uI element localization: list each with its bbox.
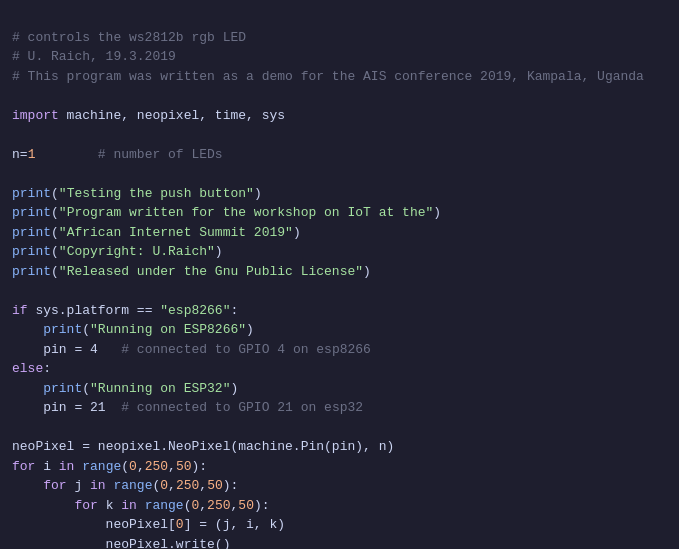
code-token: in bbox=[59, 459, 75, 474]
code-token: # This program was written as a demo for… bbox=[12, 69, 644, 84]
code-token: neopixel.NeoPixel(machine.Pin(pin), n) bbox=[90, 439, 394, 454]
code-line: neoPixel.write() bbox=[12, 535, 667, 550]
code-token: for bbox=[74, 498, 97, 513]
code-token: print bbox=[43, 381, 82, 396]
code-line: for k in range(0,250,50): bbox=[12, 496, 667, 516]
code-token: , bbox=[137, 459, 145, 474]
code-line: for i in range(0,250,50): bbox=[12, 457, 667, 477]
code-token: ) bbox=[246, 322, 254, 337]
code-line: ​ bbox=[12, 281, 667, 301]
code-token: 0 bbox=[176, 517, 184, 532]
code-token: ) bbox=[254, 186, 262, 201]
code-token: range bbox=[82, 459, 121, 474]
code-line: for j in range(0,250,50): bbox=[12, 476, 667, 496]
code-line: import machine, neopixel, time, sys bbox=[12, 106, 667, 126]
code-token: print bbox=[12, 264, 51, 279]
code-line: neoPixel = neopixel.NeoPixel(machine.Pin… bbox=[12, 437, 667, 457]
code-line: # controls the ws2812b rgb LED bbox=[12, 28, 667, 48]
code-line: print("Running on ESP8266") bbox=[12, 320, 667, 340]
code-line: if sys.platform == "esp8266": bbox=[12, 301, 667, 321]
code-token: 250 bbox=[207, 498, 230, 513]
code-token: = bbox=[20, 147, 28, 162]
code-token: "Released under the Gnu Public License" bbox=[59, 264, 363, 279]
code-token: 250 bbox=[176, 478, 199, 493]
code-token: ): bbox=[192, 459, 208, 474]
code-line: else: bbox=[12, 359, 667, 379]
code-token: for bbox=[43, 478, 66, 493]
code-token: "Running on ESP8266" bbox=[90, 322, 246, 337]
code-token: "esp8266" bbox=[160, 303, 230, 318]
code-line: ​ bbox=[12, 86, 667, 106]
code-line: ​ bbox=[12, 125, 667, 145]
code-token: , bbox=[168, 459, 176, 474]
code-line: pin = 4 # connected to GPIO 4 on esp8266 bbox=[12, 340, 667, 360]
code-line: ​ bbox=[12, 418, 667, 438]
code-token: ( bbox=[51, 186, 59, 201]
code-token: machine, neopixel, time, sys bbox=[59, 108, 285, 123]
code-token: ): bbox=[254, 498, 270, 513]
code-token: pin bbox=[12, 342, 74, 357]
code-token: n bbox=[12, 147, 20, 162]
code-token: range bbox=[113, 478, 152, 493]
code-token: ] = (j, i, k) bbox=[184, 517, 285, 532]
code-token: ) bbox=[293, 225, 301, 240]
code-token: 50 bbox=[176, 459, 192, 474]
code-token: in bbox=[90, 478, 106, 493]
code-line: print("Copyright: U.Raich") bbox=[12, 242, 667, 262]
code-token: "Running on ESP32" bbox=[90, 381, 230, 396]
code-token: if bbox=[12, 303, 28, 318]
code-token: ( bbox=[51, 264, 59, 279]
code-line: print("Running on ESP32") bbox=[12, 379, 667, 399]
code-line: ​ bbox=[12, 164, 667, 184]
code-token bbox=[137, 498, 145, 513]
code-token: 50 bbox=[207, 478, 223, 493]
code-token: "Testing the push button" bbox=[59, 186, 254, 201]
code-token: ) bbox=[433, 205, 441, 220]
code-token: # connected to GPIO 21 on esp32 bbox=[106, 400, 363, 415]
code-line: print("African Internet Summit 2019") bbox=[12, 223, 667, 243]
code-token: neoPixel bbox=[12, 439, 82, 454]
code-token: : bbox=[230, 303, 238, 318]
code-line: n=1 # number of LEDs bbox=[12, 145, 667, 165]
code-token: print bbox=[12, 205, 51, 220]
code-token: ( bbox=[51, 205, 59, 220]
code-token: , bbox=[168, 478, 176, 493]
code-token bbox=[12, 498, 74, 513]
code-token: , bbox=[199, 478, 207, 493]
code-token: : bbox=[43, 361, 51, 376]
code-token: 0 bbox=[160, 478, 168, 493]
code-token: ) bbox=[215, 244, 223, 259]
code-token: for bbox=[12, 459, 35, 474]
code-token: ( bbox=[51, 244, 59, 259]
code-token: j bbox=[67, 478, 90, 493]
code-token: # connected to GPIO 4 on esp8266 bbox=[98, 342, 371, 357]
code-line: # U. Raich, 19.3.2019 bbox=[12, 47, 667, 67]
code-token: 21 bbox=[82, 400, 105, 415]
code-token: k bbox=[98, 498, 121, 513]
code-token: in bbox=[121, 498, 137, 513]
code-token: 250 bbox=[145, 459, 168, 474]
code-token: i bbox=[35, 459, 58, 474]
code-token: "African Internet Summit 2019" bbox=[59, 225, 293, 240]
code-token: ) bbox=[230, 381, 238, 396]
code-token: ): bbox=[223, 478, 239, 493]
code-token bbox=[12, 478, 43, 493]
code-token: # controls the ws2812b rgb LED bbox=[12, 30, 246, 45]
code-token: print bbox=[12, 186, 51, 201]
code-token: ( bbox=[121, 459, 129, 474]
code-token: , bbox=[199, 498, 207, 513]
code-token: import bbox=[12, 108, 59, 123]
code-token bbox=[12, 322, 43, 337]
code-token: == bbox=[137, 303, 153, 318]
code-line: # This program was written as a demo for… bbox=[12, 67, 667, 87]
code-token: = bbox=[82, 439, 90, 454]
code-token: print bbox=[43, 322, 82, 337]
code-line: print("Released under the Gnu Public Lic… bbox=[12, 262, 667, 282]
code-line: neoPixel[0] = (j, i, k) bbox=[12, 515, 667, 535]
code-token: print bbox=[12, 225, 51, 240]
code-token: sys.platform bbox=[28, 303, 137, 318]
code-token: # number of LEDs bbox=[35, 147, 222, 162]
code-token: 0 bbox=[129, 459, 137, 474]
code-token: print bbox=[12, 244, 51, 259]
code-editor: # controls the ws2812b rgb LED# U. Raich… bbox=[12, 8, 667, 549]
